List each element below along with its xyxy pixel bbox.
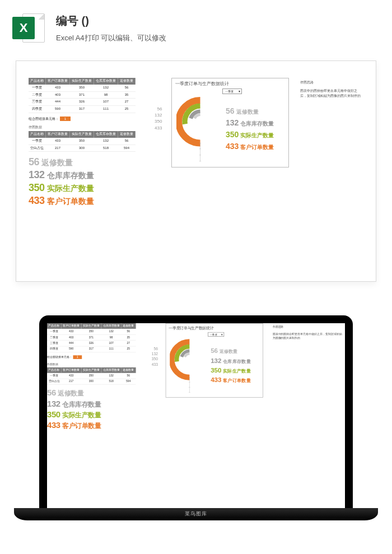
data-table-plotdata: 产品名称客户订单数量实际生产数量仓库库存数量返修数量 一季度4333501325…: [47, 367, 136, 385]
stat-label: 返修数量: [41, 158, 73, 168]
chart-stat-value: 433: [226, 142, 239, 151]
chart-panel: 一季度订单与生产数据统计 一季度 56返修数量 1: [166, 323, 263, 398]
table-header: 客户订单数量: [46, 78, 70, 85]
donut-chart-icon: [170, 338, 209, 394]
excel-file-icon: X: [11, 10, 47, 46]
laptop-mockup: 产品名称客户订单数量实际生产数量仓库库存数量返修数量 一季度4333501325…: [14, 315, 378, 520]
chart-stat-value: 350: [226, 130, 239, 139]
data-table-plotdata: 产品名称 客户订单数量 实际生产数量 仓库库存数量 返修数量 一季度 43335…: [29, 131, 136, 152]
side-note: 作图思路 图表中的图例会即更在单元格中做好之后，复制区域粘贴为图像的图片来制作的: [300, 80, 363, 99]
table-row: 二季度 4033719835: [29, 91, 136, 99]
data-table-quarters: 产品名称客户订单数量实际生产数量仓库库存数量返修数量 一季度4333501325…: [47, 323, 136, 352]
laptop-screen: 产品名称客户订单数量实际生产数量仓库库存数量返修数量 一季度4333501325…: [47, 323, 345, 508]
laptop-brand-label: 菜鸟图库: [185, 510, 207, 518]
stat-value: 433: [29, 195, 45, 207]
page-header: X 编号 () Excel A4打印 可以编辑、可以修改: [0, 0, 392, 54]
chart-title: 一季度订单与生产数据统计: [175, 81, 285, 87]
chart-stat-label: 实际生产数量: [240, 132, 274, 139]
ref-table-title: 作图数据: [29, 125, 136, 130]
linked-cell-row: 组合图链接单元格： 1: [29, 117, 136, 122]
page-title: 编号 (): [56, 13, 166, 29]
table-header: 产品名称: [29, 78, 46, 85]
stat-value: 132: [29, 169, 45, 181]
table-row: 空白占位 217300518594: [29, 145, 136, 152]
stat-label: 仓库库存数量: [47, 171, 94, 181]
table-row: 三季度 44432610727: [29, 99, 136, 106]
chart-stat-list: 56返修数量 132仓库库存数量 350实际生产数量 433客户订单数量: [226, 106, 274, 153]
stat-label: 实际生产数量: [47, 184, 94, 194]
table-header: 返修数量: [118, 78, 136, 85]
stat-value: 56: [29, 156, 39, 168]
chart-panel: 一季度订单与生产数据统计 一季度: [171, 78, 289, 167]
quarter-select[interactable]: 一季度: [208, 332, 224, 337]
laptop-base: 菜鸟图库: [14, 508, 378, 520]
preview-content: 产品名称 客户订单数量 实际生产数量 仓库库存数量 返修数量 一季度 43335…: [29, 78, 363, 259]
stat-value: 350: [29, 182, 45, 194]
big-stat-list: 56返修数量 132仓库库存数量 350实际生产数量 433客户订单数量: [29, 156, 136, 207]
chart-stat-value: 56: [226, 106, 235, 115]
template-preview-card: 产品名称 客户订单数量 实际生产数量 仓库库存数量 返修数量 一季度 43335…: [16, 60, 376, 282]
table-header: 产品名称: [29, 131, 46, 138]
table-header: 客户订单数量: [46, 131, 70, 138]
table-row: 一季度 43335013256: [29, 85, 136, 91]
linked-cell-value: 1: [60, 117, 71, 121]
table-row: 一季度 43335013256: [29, 138, 136, 145]
header-text-block: 编号 () Excel A4打印 可以编辑、可以修改: [56, 13, 166, 43]
table-header: 仓库库存数量: [94, 131, 118, 138]
page-subtitle: Excel A4打印 可以编辑、可以修改: [56, 33, 166, 43]
chart-stat-value: 132: [226, 118, 239, 127]
table-header: 实际生产数量: [70, 78, 94, 85]
laptop-preview-content: 产品名称客户订单数量实际生产数量仓库库存数量返修数量 一季度4333501325…: [47, 323, 344, 507]
side-note-title: 作图思路: [300, 80, 363, 85]
stat-label: 客户订单数量: [47, 197, 94, 207]
chart-stat-label: 返修数量: [236, 108, 259, 116]
table-row: 四季度 59031711125: [29, 106, 136, 113]
side-number-list: 56 132 350 433: [155, 106, 162, 131]
side-note-body: 图表中的图例会即更在单元格中做好之后，复制区域粘贴为图像的图片来制作的: [300, 89, 363, 99]
data-table-quarters: 产品名称 客户订单数量 实际生产数量 仓库库存数量 返修数量 一季度 43335…: [29, 78, 136, 113]
chart-stat-label: 仓库库存数量: [240, 120, 274, 128]
table-header: 仓库库存数量: [94, 78, 118, 85]
linked-cell-label: 组合图链接单元格：: [29, 117, 59, 120]
laptop-bezel: 产品名称客户订单数量实际生产数量仓库库存数量返修数量 一季度4333501325…: [39, 315, 353, 508]
donut-chart-icon: [176, 95, 224, 162]
left-block: 产品名称 客户订单数量 实际生产数量 仓库库存数量 返修数量 一季度 43335…: [29, 78, 136, 208]
chart-stat-label: 客户订单数量: [240, 143, 274, 151]
table-header: 返修数量: [118, 131, 136, 138]
table-header: 实际生产数量: [70, 131, 94, 138]
quarter-select[interactable]: 一季度: [222, 89, 242, 94]
